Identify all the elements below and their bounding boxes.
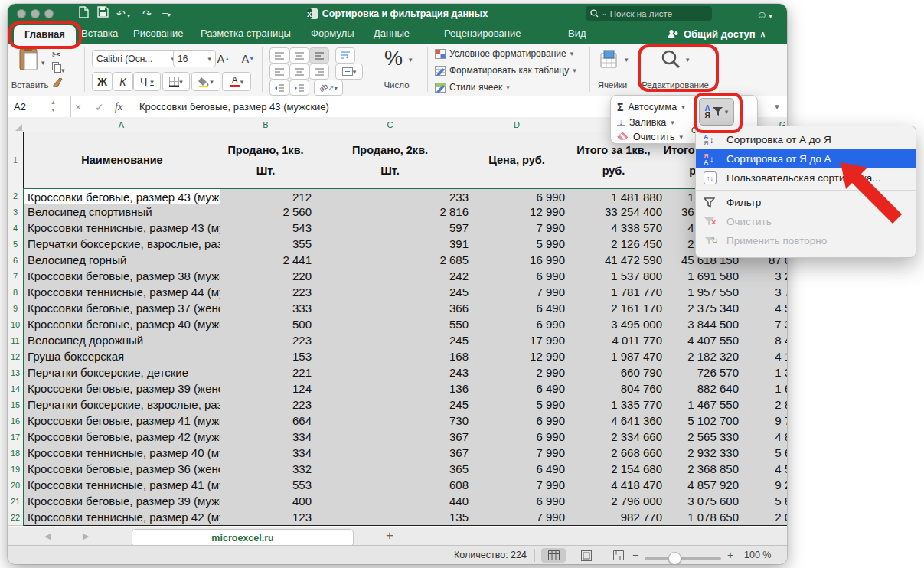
- cell-A5[interactable]: Перчатки боксерские, взрослые, размер L: [23, 236, 225, 253]
- align-left-button[interactable]: [269, 64, 289, 80]
- row-header-7[interactable]: 7: [8, 268, 24, 285]
- cell-G22[interactable]: 2 061 420: [739, 509, 787, 526]
- cell-G8[interactable]: 3 739 320: [739, 284, 787, 301]
- customize-toolbar-icon[interactable]: ═▾: [162, 6, 170, 23]
- cell-B17[interactable]: 334: [220, 429, 316, 446]
- zoom-in-button[interactable]: +: [727, 549, 733, 561]
- wrap-text-button[interactable]: [335, 47, 355, 64]
- cell-G9[interactable]: 4 536 510: [739, 300, 787, 317]
- page-break-view-button[interactable]: [606, 548, 631, 563]
- editing-find-button[interactable]: ▾: [660, 49, 681, 73]
- cell-C16[interactable]: 730: [312, 413, 473, 429]
- cell-D16[interactable]: 6 990: [469, 413, 570, 429]
- column-header-C[interactable]: C: [312, 117, 469, 133]
- row-header-22[interactable]: 22: [8, 509, 24, 526]
- cell-F12[interactable]: 2 182 320: [662, 348, 743, 365]
- cell-G17[interactable]: 4 899 990: [739, 429, 787, 446]
- cell-D15[interactable]: 5 990: [469, 397, 570, 413]
- row-header-8[interactable]: 8: [8, 284, 24, 301]
- formula-input[interactable]: Кроссовки беговые, размер 43 (мужские): [139, 96, 329, 117]
- row-header-16[interactable]: 16: [8, 413, 24, 429]
- cell-D13[interactable]: 2 990: [469, 364, 570, 381]
- cell-D21[interactable]: 6 990: [469, 493, 570, 510]
- cell-B9[interactable]: 333: [220, 300, 316, 317]
- cell-F21[interactable]: 3 075 600: [662, 493, 743, 510]
- cell-F8[interactable]: 1 957 550: [662, 284, 743, 301]
- fill-button[interactable]: ↓ Заливка▾: [617, 115, 674, 130]
- menu-item-custom-sort[interactable]: ↑↓ Пользовательская сортировка...: [696, 168, 916, 188]
- row-header-2[interactable]: 2: [8, 188, 24, 204]
- cell-A19[interactable]: Кроссовки беговые, размер 36 (женские): [23, 461, 225, 478]
- zoom-slider-track[interactable]: [645, 557, 721, 560]
- row-header-19[interactable]: 19: [8, 461, 24, 478]
- menu-item-clear-filter[interactable]: × Очистить: [696, 212, 916, 231]
- undo-button[interactable]: ↶ ▾: [116, 6, 130, 24]
- cell-D3[interactable]: 12 990: [469, 204, 570, 220]
- cell-C18[interactable]: 367: [312, 445, 473, 462]
- tab-view[interactable]: Вид: [568, 24, 586, 44]
- cell-B6[interactable]: 2 441: [220, 252, 316, 269]
- cell-E22[interactable]: 982 770: [565, 509, 667, 526]
- cell-E21[interactable]: 2 796 000: [565, 493, 667, 510]
- cell-D1[interactable]: Цена, руб.: [469, 132, 566, 189]
- cell-C9[interactable]: 366: [312, 300, 473, 317]
- cell-A20[interactable]: Кроссовки теннисные, размер 41 (мужские): [23, 477, 225, 494]
- cell-D8[interactable]: 7 990: [469, 284, 570, 301]
- zoom-out-button[interactable]: −: [632, 549, 638, 561]
- cut-icon[interactable]: ✂: [52, 48, 61, 60]
- cell-E13[interactable]: 660 790: [565, 364, 667, 381]
- cell-D19[interactable]: 6 490: [469, 461, 570, 478]
- fill-color-button[interactable]: ▾: [191, 72, 220, 91]
- bold-button[interactable]: Ж: [92, 72, 113, 91]
- cell-A17[interactable]: Кроссовки беговые, размер 42 (мужские): [23, 429, 225, 446]
- cell-B12[interactable]: 153: [220, 348, 316, 365]
- cell-B5[interactable]: 355: [220, 236, 316, 253]
- cell-G14[interactable]: 1 687 400: [739, 380, 787, 397]
- cell-C3[interactable]: 2 816: [312, 204, 473, 220]
- format-as-table-button[interactable]: Форматировать как таблицу▾: [435, 65, 576, 76]
- confirm-entry-icon[interactable]: ✓: [95, 96, 104, 117]
- cell-F18[interactable]: 2 932 330: [662, 445, 743, 462]
- cell-F7[interactable]: 1 691 580: [662, 268, 743, 285]
- cell-C6[interactable]: 2 685: [312, 252, 473, 269]
- cell-C22[interactable]: 135: [312, 509, 473, 526]
- merge-center-button[interactable]: ▾: [335, 64, 363, 80]
- cell-B1[interactable]: Продано, 1кв. Шт.: [220, 132, 312, 189]
- cell-F20[interactable]: 4 857 920: [662, 477, 743, 494]
- cell-E6[interactable]: 41 472 590: [565, 252, 667, 269]
- cell-A22[interactable]: Кроссовки теннисные, размер 42 (мужские): [23, 509, 225, 526]
- row-header-13[interactable]: 13: [8, 364, 24, 381]
- cell-E18[interactable]: 2 668 660: [565, 445, 667, 462]
- cell-G16[interactable]: 9 744 060: [739, 413, 787, 429]
- cell-B8[interactable]: 223: [220, 284, 316, 301]
- cell-E4[interactable]: 4 338 570: [565, 220, 667, 237]
- align-center-button[interactable]: [289, 64, 309, 80]
- cell-C12[interactable]: 168: [312, 348, 473, 365]
- cell-B10[interactable]: 500: [220, 316, 316, 333]
- align-middle-button[interactable]: [289, 47, 309, 64]
- clear-button[interactable]: Очистить▾: [617, 129, 683, 145]
- zoom-window-button[interactable]: [44, 9, 54, 18]
- autosum-button[interactable]: Σ Автосумма▾: [617, 100, 685, 115]
- cell-B16[interactable]: 664: [220, 413, 316, 429]
- cell-E16[interactable]: 4 641 360: [565, 413, 667, 429]
- cell-C8[interactable]: 245: [312, 284, 473, 301]
- increase-indent-button[interactable]: [289, 80, 309, 96]
- cell-A3[interactable]: Велосипед спортивный: [23, 204, 225, 220]
- paste-button[interactable]: ▾: [14, 47, 44, 79]
- normal-view-button[interactable]: [541, 548, 566, 563]
- tab-formulas[interactable]: Формулы: [311, 24, 354, 44]
- cell-F14[interactable]: 882 640: [662, 380, 743, 397]
- row-header-11[interactable]: 11: [8, 332, 24, 349]
- cell-D18[interactable]: 7 990: [469, 445, 570, 462]
- cell-E7[interactable]: 1 537 800: [565, 268, 667, 285]
- cell-C21[interactable]: 440: [312, 493, 473, 510]
- column-header-A[interactable]: A: [23, 117, 220, 133]
- cell-D17[interactable]: 6 990: [469, 429, 570, 446]
- cell-F11[interactable]: 4 407 550: [662, 332, 743, 349]
- cell-F16[interactable]: 5 102 700: [662, 413, 743, 429]
- cell-C5[interactable]: 391: [312, 236, 473, 253]
- align-right-button[interactable]: [309, 64, 329, 80]
- cell-D9[interactable]: 6 490: [469, 300, 570, 317]
- cell-C13[interactable]: 243: [312, 364, 473, 381]
